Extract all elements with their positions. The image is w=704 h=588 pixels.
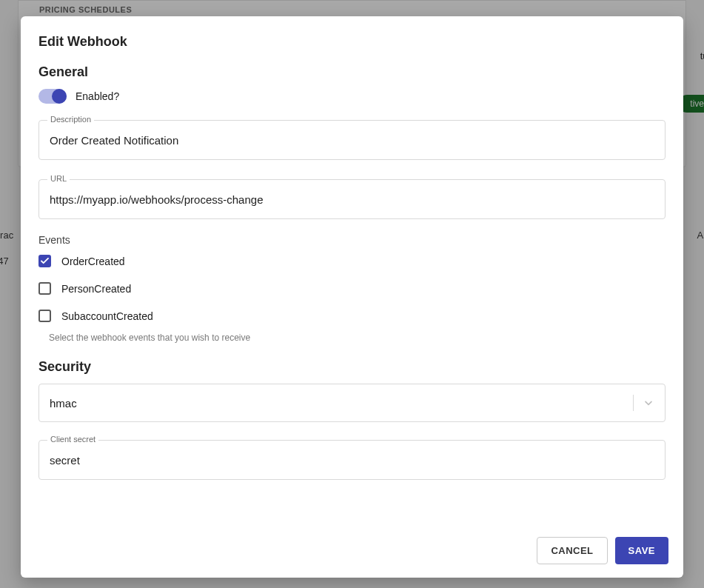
- event-checkbox-ordercreated[interactable]: [38, 255, 51, 267]
- event-row-subaccountcreated: SubaccountCreated: [38, 310, 666, 322]
- general-heading: General: [38, 64, 666, 80]
- events-help-text: Select the webhook events that you wish …: [49, 333, 666, 343]
- security-method-value: hmac: [50, 397, 77, 410]
- security-heading: Security: [38, 359, 666, 375]
- select-divider: [633, 395, 634, 411]
- chevron-down-icon: [643, 397, 654, 409]
- event-row-personcreated: PersonCreated: [38, 282, 666, 295]
- event-checkbox-subaccountcreated[interactable]: [38, 310, 51, 322]
- enabled-row: Enabled?: [38, 89, 666, 104]
- enabled-label: Enabled?: [76, 90, 119, 102]
- url-label: URL: [47, 174, 70, 183]
- save-button[interactable]: SAVE: [615, 537, 668, 564]
- enabled-toggle[interactable]: [38, 89, 67, 104]
- event-label: OrderCreated: [61, 255, 125, 267]
- check-icon: [41, 258, 49, 264]
- description-input[interactable]: [38, 120, 666, 160]
- event-checkbox-personcreated[interactable]: [38, 282, 51, 295]
- client-secret-input[interactable]: [38, 440, 666, 480]
- client-secret-field: Client secret: [38, 440, 666, 480]
- modal-body: Edit Webhook General Enabled? Descriptio…: [21, 16, 683, 525]
- modal-title: Edit Webhook: [38, 34, 666, 50]
- description-field: Description: [38, 120, 666, 160]
- security-method-select[interactable]: hmac: [38, 384, 666, 422]
- edit-webhook-modal: Edit Webhook General Enabled? Descriptio…: [21, 16, 683, 578]
- events-label: Events: [38, 234, 666, 246]
- url-input[interactable]: [38, 179, 666, 219]
- event-row-ordercreated: OrderCreated: [38, 255, 666, 267]
- client-secret-label: Client secret: [47, 435, 98, 444]
- url-field: URL: [38, 179, 666, 219]
- event-label: SubaccountCreated: [61, 310, 153, 322]
- description-label: Description: [47, 115, 94, 124]
- event-label: PersonCreated: [61, 283, 131, 295]
- cancel-button[interactable]: CANCEL: [537, 537, 607, 564]
- toggle-thumb: [52, 89, 67, 104]
- modal-footer: CANCEL SAVE: [21, 525, 683, 578]
